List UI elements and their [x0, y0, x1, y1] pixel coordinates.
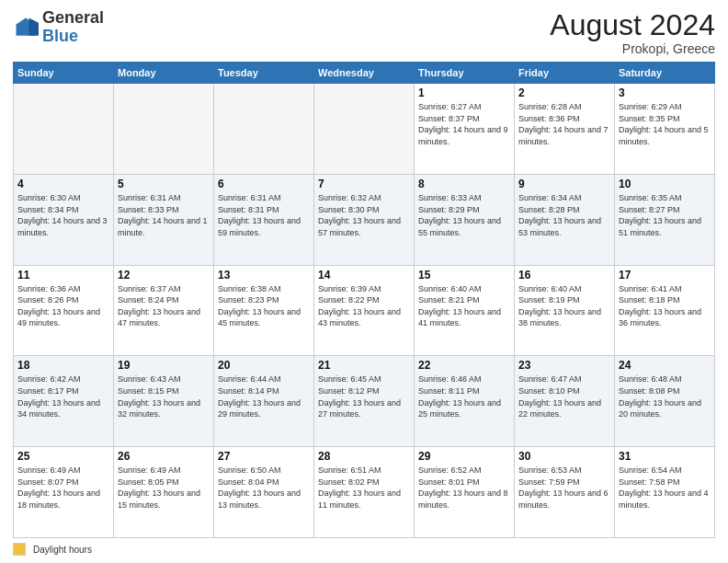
day-number: 15 — [418, 269, 510, 282]
calendar-cell: 20Sunrise: 6:44 AM Sunset: 8:14 PM Dayli… — [214, 356, 314, 447]
calendar-cell: 24Sunrise: 6:48 AM Sunset: 8:08 PM Dayli… — [615, 356, 715, 447]
calendar-week-2: 4Sunrise: 6:30 AM Sunset: 8:34 PM Daylig… — [14, 174, 715, 265]
calendar-cell: 1Sunrise: 6:27 AM Sunset: 8:37 PM Daylig… — [415, 84, 515, 175]
day-number: 26 — [118, 450, 210, 463]
day-number: 7 — [318, 178, 410, 190]
day-info: Sunrise: 6:53 AM Sunset: 7:59 PM Dayligh… — [518, 465, 610, 511]
calendar-week-5: 25Sunrise: 6:49 AM Sunset: 8:07 PM Dayli… — [14, 447, 715, 538]
day-header-saturday: Saturday — [615, 63, 715, 84]
day-number: 28 — [318, 450, 410, 463]
day-number: 6 — [218, 178, 310, 190]
generalblue-logo-icon — [13, 15, 39, 40]
logo-text: General Blue — [42, 9, 104, 46]
day-info: Sunrise: 6:44 AM Sunset: 8:14 PM Dayligh… — [218, 373, 310, 419]
day-info: Sunrise: 6:36 AM Sunset: 8:26 PM Dayligh… — [17, 283, 109, 329]
day-number: 19 — [118, 359, 210, 372]
title-block: August 2024 Prokopi, Greece — [550, 9, 715, 56]
day-info: Sunrise: 6:31 AM Sunset: 8:33 PM Dayligh… — [118, 192, 210, 238]
calendar-cell: 26Sunrise: 6:49 AM Sunset: 8:05 PM Dayli… — [114, 447, 214, 538]
day-info: Sunrise: 6:37 AM Sunset: 8:24 PM Dayligh… — [118, 283, 210, 329]
day-number: 25 — [17, 450, 109, 463]
day-info: Sunrise: 6:40 AM Sunset: 8:21 PM Dayligh… — [418, 283, 510, 329]
day-number: 29 — [418, 450, 510, 463]
day-info: Sunrise: 6:51 AM Sunset: 8:02 PM Dayligh… — [318, 465, 410, 511]
title-location: Prokopi, Greece — [550, 41, 715, 56]
day-number: 3 — [619, 86, 711, 99]
day-number: 13 — [218, 269, 310, 282]
calendar-cell: 22Sunrise: 6:46 AM Sunset: 8:11 PM Dayli… — [415, 356, 515, 447]
day-info: Sunrise: 6:49 AM Sunset: 8:05 PM Dayligh… — [118, 465, 210, 511]
calendar-cell: 18Sunrise: 6:42 AM Sunset: 8:17 PM Dayli… — [14, 356, 114, 447]
calendar-cell: 27Sunrise: 6:50 AM Sunset: 8:04 PM Dayli… — [214, 447, 314, 538]
calendar-cell: 17Sunrise: 6:41 AM Sunset: 8:18 PM Dayli… — [615, 265, 715, 356]
calendar-cell: 23Sunrise: 6:47 AM Sunset: 8:10 PM Dayli… — [515, 356, 615, 447]
calendar-cell: 3Sunrise: 6:29 AM Sunset: 8:35 PM Daylig… — [615, 84, 715, 175]
day-info: Sunrise: 6:52 AM Sunset: 8:01 PM Dayligh… — [418, 465, 510, 511]
calendar-cell: 13Sunrise: 6:38 AM Sunset: 8:23 PM Dayli… — [214, 265, 314, 356]
calendar-cell: 5Sunrise: 6:31 AM Sunset: 8:33 PM Daylig… — [114, 174, 214, 265]
calendar-cell: 29Sunrise: 6:52 AM Sunset: 8:01 PM Dayli… — [415, 447, 515, 538]
day-header-friday: Friday — [515, 63, 615, 84]
calendar-cell: 4Sunrise: 6:30 AM Sunset: 8:34 PM Daylig… — [14, 174, 114, 265]
day-header-sunday: Sunday — [14, 63, 114, 84]
day-number: 12 — [118, 269, 210, 282]
day-info: Sunrise: 6:45 AM Sunset: 8:12 PM Dayligh… — [318, 373, 410, 419]
day-number: 20 — [218, 359, 310, 372]
day-number: 10 — [619, 178, 711, 190]
day-info: Sunrise: 6:41 AM Sunset: 8:18 PM Dayligh… — [619, 283, 711, 329]
day-number: 1 — [418, 86, 510, 99]
day-number: 11 — [17, 269, 109, 282]
calendar-cell: 14Sunrise: 6:39 AM Sunset: 8:22 PM Dayli… — [314, 265, 415, 356]
page: General Blue August 2024 Prokopi, Greece… — [0, 0, 728, 563]
header: General Blue August 2024 Prokopi, Greece — [13, 9, 715, 56]
calendar-cell: 21Sunrise: 6:45 AM Sunset: 8:12 PM Dayli… — [314, 356, 415, 447]
calendar-cell: 28Sunrise: 6:51 AM Sunset: 8:02 PM Dayli… — [314, 447, 415, 538]
logo: General Blue — [13, 9, 104, 46]
day-info: Sunrise: 6:35 AM Sunset: 8:27 PM Dayligh… — [619, 192, 711, 238]
day-number: 30 — [518, 450, 610, 463]
day-info: Sunrise: 6:46 AM Sunset: 8:11 PM Dayligh… — [418, 373, 510, 419]
calendar-cell: 2Sunrise: 6:28 AM Sunset: 8:36 PM Daylig… — [515, 84, 615, 175]
legend-label: Daylight hours — [33, 545, 92, 555]
day-info: Sunrise: 6:38 AM Sunset: 8:23 PM Dayligh… — [218, 283, 310, 329]
day-number: 9 — [518, 178, 610, 190]
calendar-cell: 6Sunrise: 6:31 AM Sunset: 8:31 PM Daylig… — [214, 174, 314, 265]
day-info: Sunrise: 6:39 AM Sunset: 8:22 PM Dayligh… — [318, 283, 410, 329]
day-number: 2 — [518, 86, 610, 99]
calendar-cell: 15Sunrise: 6:40 AM Sunset: 8:21 PM Dayli… — [415, 265, 515, 356]
legend: Daylight hours — [13, 543, 715, 556]
day-number: 24 — [619, 359, 711, 372]
day-info: Sunrise: 6:43 AM Sunset: 8:15 PM Dayligh… — [118, 373, 210, 419]
day-header-thursday: Thursday — [415, 63, 515, 84]
calendar-week-4: 18Sunrise: 6:42 AM Sunset: 8:17 PM Dayli… — [14, 356, 715, 447]
calendar-cell — [14, 84, 114, 175]
day-info: Sunrise: 6:49 AM Sunset: 8:07 PM Dayligh… — [17, 465, 109, 511]
day-number: 31 — [619, 450, 711, 463]
legend-box — [13, 543, 26, 556]
calendar-cell: 25Sunrise: 6:49 AM Sunset: 8:07 PM Dayli… — [14, 447, 114, 538]
calendar-cell: 7Sunrise: 6:32 AM Sunset: 8:30 PM Daylig… — [314, 174, 415, 265]
day-info: Sunrise: 6:33 AM Sunset: 8:29 PM Dayligh… — [418, 192, 510, 238]
day-info: Sunrise: 6:32 AM Sunset: 8:30 PM Dayligh… — [318, 192, 410, 238]
day-info: Sunrise: 6:48 AM Sunset: 8:08 PM Dayligh… — [619, 373, 711, 419]
calendar-cell: 19Sunrise: 6:43 AM Sunset: 8:15 PM Dayli… — [114, 356, 214, 447]
day-number: 14 — [318, 269, 410, 282]
day-number: 5 — [118, 178, 210, 190]
title-month: August 2024 — [550, 9, 715, 41]
calendar-cell: 31Sunrise: 6:54 AM Sunset: 7:58 PM Dayli… — [615, 447, 715, 538]
calendar-cell: 10Sunrise: 6:35 AM Sunset: 8:27 PM Dayli… — [615, 174, 715, 265]
calendar-cell: 9Sunrise: 6:34 AM Sunset: 8:28 PM Daylig… — [515, 174, 615, 265]
calendar-cell: 16Sunrise: 6:40 AM Sunset: 8:19 PM Dayli… — [515, 265, 615, 356]
calendar-cell — [214, 84, 314, 175]
calendar-cell — [314, 84, 415, 175]
calendar-cell: 30Sunrise: 6:53 AM Sunset: 7:59 PM Dayli… — [515, 447, 615, 538]
calendar-cell: 11Sunrise: 6:36 AM Sunset: 8:26 PM Dayli… — [14, 265, 114, 356]
day-number: 4 — [17, 178, 109, 190]
logo-general: General — [42, 8, 104, 27]
calendar-week-3: 11Sunrise: 6:36 AM Sunset: 8:26 PM Dayli… — [14, 265, 715, 356]
day-info: Sunrise: 6:30 AM Sunset: 8:34 PM Dayligh… — [17, 192, 109, 238]
day-header-tuesday: Tuesday — [214, 63, 314, 84]
day-info: Sunrise: 6:42 AM Sunset: 8:17 PM Dayligh… — [17, 373, 109, 419]
calendar-cell: 8Sunrise: 6:33 AM Sunset: 8:29 PM Daylig… — [415, 174, 515, 265]
day-header-monday: Monday — [114, 63, 214, 84]
